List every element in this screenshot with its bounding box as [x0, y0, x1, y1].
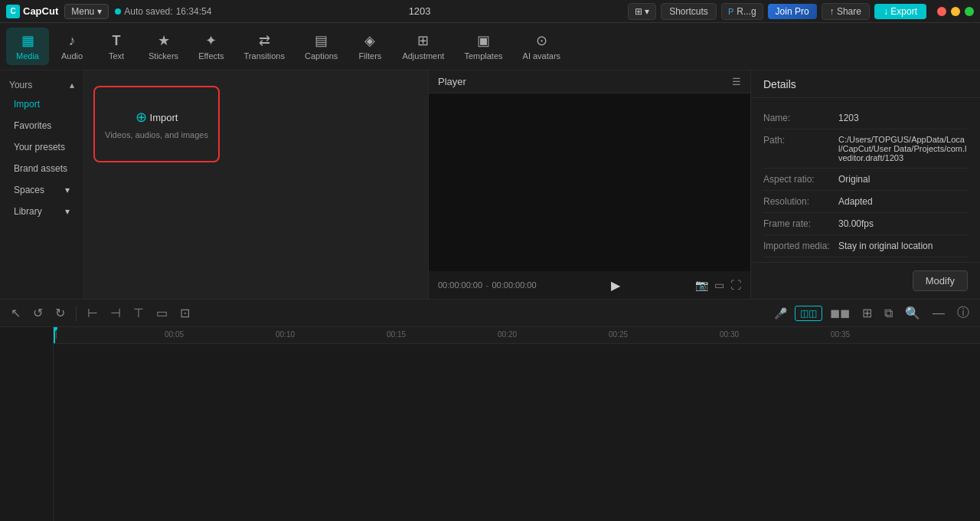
- sidebar-item-import[interactable]: Import: [3, 94, 80, 114]
- player-menu-icon[interactable]: ☰: [732, 76, 741, 87]
- close-window-button[interactable]: [937, 7, 946, 16]
- filters-icon: ◈: [364, 32, 375, 49]
- toolbar-item-text[interactable]: T Text: [95, 28, 138, 65]
- status-dot: [115, 8, 121, 15]
- split-right-button[interactable]: ⊣: [106, 303, 126, 323]
- right-panels: Player ☰ 00:00:00:00 - 00:00:00:00 ▶ 📷 ▭…: [429, 70, 980, 299]
- timeline-toolbar: ↖ ↺ ↻ ⊢ ⊣ ⊤ ▭ ⊡ 🎤 ◫◫ ◼◼ ⊞ ⧉ 🔍 — ⓘ: [0, 300, 980, 327]
- export-icon: ↓: [884, 6, 888, 17]
- toolbar-item-filters[interactable]: ◈ Filters: [348, 28, 391, 65]
- crop-button[interactable]: ▭: [152, 303, 172, 323]
- details-content: Name: 1203 Path: C:/Users/TOPGUS/AppData…: [751, 98, 980, 262]
- shortcuts-button[interactable]: Shortcuts: [661, 3, 717, 20]
- chevron-down-icon: ▾: [65, 206, 70, 217]
- player-title: Player: [438, 76, 466, 87]
- modify-button[interactable]: Modify: [913, 270, 968, 291]
- player-panel: Player ☰ 00:00:00:00 - 00:00:00:00 ▶ 📷 ▭…: [429, 70, 750, 299]
- ai-avatars-icon: ⊙: [536, 32, 547, 49]
- audio-icon: ♪: [69, 33, 76, 49]
- sidebar-section-yours[interactable]: Yours ▴: [0, 77, 83, 93]
- toolbar-item-ai-avatars[interactable]: ⊙ AI avatars: [514, 28, 570, 65]
- player-controls: 00:00:00:00 - 00:00:00:00 ▶ 📷 ▭ ⛶: [429, 271, 750, 299]
- player-header: Player ☰: [429, 70, 750, 93]
- detail-row-frame-rate: Frame rate: 30.00fps: [763, 213, 968, 235]
- top-bar-right: ⊞ ▾ Shortcuts P R...g Join Pro ↑ Share ↓…: [628, 3, 974, 20]
- sidebar-item-brand-assets[interactable]: Brand assets: [3, 159, 80, 179]
- color-button[interactable]: ◼◼: [825, 303, 854, 323]
- toolbar-item-captions[interactable]: ▤ Captions: [296, 28, 347, 65]
- trim-button[interactable]: ⊡: [175, 303, 194, 323]
- sidebar-dropdown-spaces[interactable]: Spaces ▾: [3, 180, 80, 200]
- player-time-end: 00:00:00:00: [492, 280, 536, 290]
- top-bar-left: C CapCut Menu ▾ Auto saved: 16:34:54: [6, 4, 211, 19]
- toolbar-item-effects[interactable]: ✦ Effects: [189, 28, 233, 65]
- app-logo: C CapCut: [6, 5, 58, 18]
- zoom-slider[interactable]: —: [928, 303, 949, 323]
- timeline-main: | 00:05 00:10 00:15 00:20 00:25 00:30 00…: [54, 327, 980, 521]
- split-mid-button[interactable]: ⊤: [129, 303, 149, 323]
- templates-icon: ▣: [477, 32, 490, 49]
- clip-tool-button[interactable]: ◫◫: [795, 306, 822, 321]
- minimize-window-button[interactable]: [951, 7, 960, 16]
- join-pro-button[interactable]: Join Pro: [768, 4, 817, 19]
- ruler-mark-5: 00:25: [609, 330, 628, 339]
- transitions-icon: ⇄: [259, 32, 270, 49]
- top-bar: C CapCut Menu ▾ Auto saved: 16:34:54 120…: [0, 0, 980, 23]
- toolbar-item-stickers[interactable]: ★ Stickers: [139, 28, 188, 65]
- player-time-start: 00:00:00:00: [438, 280, 482, 290]
- toolbar-item-transitions[interactable]: ⇄ Transitions: [235, 28, 294, 65]
- timeline-left-panel: [0, 327, 54, 521]
- toolbar-item-audio[interactable]: ♪ Audio: [51, 28, 93, 65]
- display-options-button[interactable]: ⊞ ▾: [628, 3, 656, 20]
- ruler-mark-3: 00:15: [387, 330, 406, 339]
- timeline-area: | 00:05 00:10 00:15 00:20 00:25 00:30 00…: [0, 327, 980, 521]
- player-area: [429, 93, 750, 271]
- details-header: Details: [751, 70, 980, 98]
- chevron-down-icon: ▾: [65, 185, 70, 195]
- captions-icon: ▤: [315, 32, 328, 49]
- select-tool-button[interactable]: ↖: [6, 303, 25, 323]
- detail-row-path: Path: C:/Users/TOPGUS/AppData/Local/CapC…: [763, 129, 968, 169]
- ruler-mark-1: 00:05: [165, 330, 184, 339]
- player-right-controls: 📷 ▭ ⛶: [695, 279, 741, 291]
- redo-button[interactable]: ↻: [51, 303, 70, 323]
- import-plus-icon: ⊕ Import: [136, 109, 178, 126]
- import-button[interactable]: ⊕ Import Videos, audios, and images: [93, 86, 220, 162]
- toolbar-item-adjustment[interactable]: ⊞ Adjustment: [393, 28, 453, 65]
- info-button[interactable]: ⓘ: [952, 302, 974, 324]
- detail-row-resolution: Resolution: Adapted: [763, 191, 968, 213]
- copy-button[interactable]: ⧉: [880, 303, 897, 323]
- undo-button[interactable]: ↺: [28, 303, 47, 323]
- menu-button[interactable]: Menu ▾: [64, 4, 109, 19]
- sidebar: Yours ▴ Import Favorites Your presets Br…: [0, 70, 84, 299]
- link-button[interactable]: ⊞: [858, 303, 877, 323]
- timeline-right-tools: 🎤 ◫◫ ◼◼ ⊞ ⧉ 🔍 — ⓘ: [769, 302, 974, 324]
- stickers-icon: ★: [158, 32, 170, 49]
- share-button[interactable]: ↑ Share: [822, 3, 870, 20]
- aspect-ratio-icon[interactable]: ▭: [714, 279, 724, 291]
- toolbar-item-media[interactable]: ▦ Media: [6, 28, 49, 65]
- window-controls: [937, 7, 974, 16]
- audio-track-button[interactable]: 🎤: [769, 304, 792, 323]
- ruler-mark-0: |: [55, 330, 57, 339]
- export-button[interactable]: ↓ Export: [874, 4, 926, 19]
- split-button[interactable]: ⊢: [83, 303, 103, 323]
- sidebar-item-your-presets[interactable]: Your presets: [3, 137, 80, 157]
- pro-user-badge: P R...g: [721, 3, 763, 20]
- timeline-cursor[interactable]: [54, 327, 55, 343]
- camera-icon[interactable]: 📷: [695, 279, 708, 291]
- play-button[interactable]: ▶: [611, 278, 620, 293]
- fullscreen-icon[interactable]: ⛶: [730, 279, 741, 291]
- text-icon: T: [113, 33, 121, 49]
- auto-saved-status: Auto saved: 16:34:54: [115, 6, 211, 17]
- sidebar-dropdown-library[interactable]: Library ▾: [3, 202, 80, 221]
- app-name: CapCut: [23, 5, 58, 17]
- toolbar-item-templates[interactable]: ▣ Templates: [455, 28, 511, 65]
- maximize-window-button[interactable]: [965, 7, 974, 16]
- ruler-mark-4: 00:20: [498, 330, 517, 339]
- sidebar-item-favorites[interactable]: Favorites: [3, 116, 80, 136]
- zoom-out-button[interactable]: 🔍: [900, 303, 925, 323]
- effects-icon: ✦: [205, 32, 217, 49]
- timeline-ruler: | 00:05 00:10 00:15 00:20 00:25 00:30 00…: [54, 327, 980, 344]
- chevron-up-icon: ▴: [70, 80, 74, 90]
